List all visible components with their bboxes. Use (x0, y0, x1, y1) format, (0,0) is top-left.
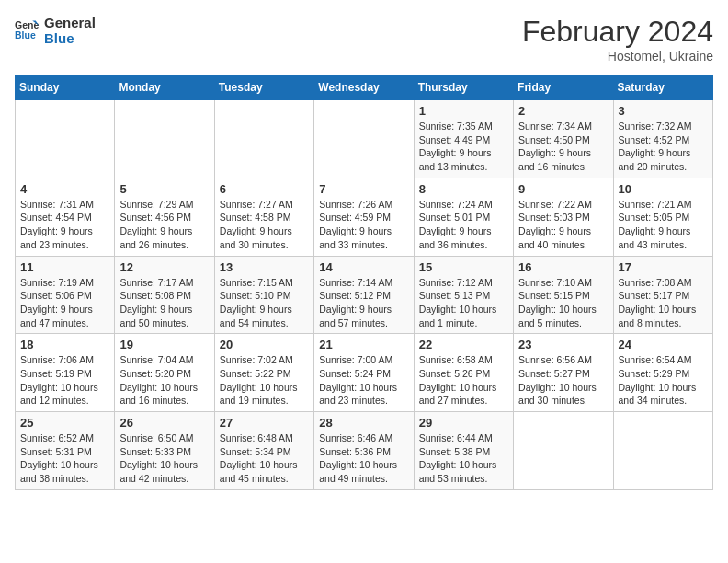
calendar-cell (16, 100, 115, 178)
header-friday: Friday (514, 75, 613, 100)
day-info: Sunrise: 6:48 AM Sunset: 5:34 PM Dayligh… (220, 431, 309, 486)
calendar-cell: 7Sunrise: 7:26 AM Sunset: 4:59 PM Daylig… (314, 178, 414, 256)
day-number: 10 (619, 182, 708, 196)
day-info: Sunrise: 7:27 AM Sunset: 4:58 PM Dayligh… (220, 198, 309, 252)
calendar-week-2: 11Sunrise: 7:19 AM Sunset: 5:06 PM Dayli… (16, 256, 713, 334)
calendar-cell: 29Sunrise: 6:44 AM Sunset: 5:38 PM Dayli… (414, 412, 513, 490)
calendar-cell: 28Sunrise: 6:46 AM Sunset: 5:36 PM Dayli… (314, 412, 414, 490)
day-info: Sunrise: 6:44 AM Sunset: 5:38 PM Dayligh… (419, 431, 508, 486)
day-info: Sunrise: 7:35 AM Sunset: 4:49 PM Dayligh… (419, 120, 508, 174)
calendar-cell: 3Sunrise: 7:32 AM Sunset: 4:52 PM Daylig… (613, 100, 712, 178)
day-info: Sunrise: 6:54 AM Sunset: 5:29 PM Dayligh… (619, 353, 708, 408)
calendar-cell: 23Sunrise: 6:56 AM Sunset: 5:27 PM Dayli… (514, 334, 613, 412)
page-header: General Blue General Blue February 2024 … (15, 15, 713, 63)
calendar-cell (314, 100, 414, 178)
day-info: Sunrise: 6:46 AM Sunset: 5:36 PM Dayligh… (319, 431, 408, 486)
calendar-cell: 5Sunrise: 7:29 AM Sunset: 4:56 PM Daylig… (115, 178, 214, 256)
calendar-cell (613, 412, 712, 490)
day-number: 4 (20, 182, 109, 196)
day-info: Sunrise: 7:15 AM Sunset: 5:10 PM Dayligh… (220, 276, 309, 330)
calendar-week-4: 25Sunrise: 6:52 AM Sunset: 5:31 PM Dayli… (16, 412, 713, 490)
calendar-cell: 16Sunrise: 7:10 AM Sunset: 5:15 PM Dayli… (514, 256, 613, 334)
calendar-cell: 10Sunrise: 7:21 AM Sunset: 5:05 PM Dayli… (613, 178, 712, 256)
day-number: 16 (518, 260, 608, 274)
day-number: 19 (119, 338, 209, 351)
calendar-cell: 2Sunrise: 7:34 AM Sunset: 4:50 PM Daylig… (514, 100, 613, 178)
day-number: 25 (20, 416, 109, 430)
day-number: 28 (319, 416, 408, 430)
calendar-cell: 26Sunrise: 6:50 AM Sunset: 5:33 PM Dayli… (115, 412, 214, 490)
calendar-cell: 15Sunrise: 7:12 AM Sunset: 5:13 PM Dayli… (414, 256, 513, 334)
calendar-cell (115, 100, 214, 178)
day-info: Sunrise: 6:58 AM Sunset: 5:26 PM Dayligh… (419, 353, 508, 408)
header-thursday: Thursday (414, 75, 513, 100)
day-info: Sunrise: 7:06 AM Sunset: 5:19 PM Dayligh… (20, 353, 109, 408)
calendar-cell: 18Sunrise: 7:06 AM Sunset: 5:19 PM Dayli… (16, 334, 115, 412)
title-block: February 2024 Hostomel, Ukraine (522, 15, 713, 63)
day-info: Sunrise: 7:19 AM Sunset: 5:06 PM Dayligh… (20, 276, 109, 330)
calendar-cell (514, 412, 613, 490)
location-subtitle: Hostomel, Ukraine (522, 49, 713, 63)
day-number: 14 (319, 260, 408, 274)
calendar-cell: 20Sunrise: 7:02 AM Sunset: 5:22 PM Dayli… (214, 334, 313, 412)
logo-text-line1: General (44, 15, 96, 30)
calendar-week-1: 4Sunrise: 7:31 AM Sunset: 4:54 PM Daylig… (16, 178, 713, 256)
day-info: Sunrise: 7:08 AM Sunset: 5:17 PM Dayligh… (619, 276, 708, 330)
day-number: 8 (419, 182, 508, 196)
day-number: 9 (518, 182, 608, 196)
calendar-cell (214, 100, 313, 178)
day-number: 22 (419, 338, 508, 351)
calendar-cell: 12Sunrise: 7:17 AM Sunset: 5:08 PM Dayli… (115, 256, 214, 334)
day-info: Sunrise: 7:31 AM Sunset: 4:54 PM Dayligh… (20, 198, 109, 252)
logo-text-line2: Blue (44, 30, 96, 46)
day-number: 20 (220, 338, 309, 351)
day-info: Sunrise: 7:32 AM Sunset: 4:52 PM Dayligh… (619, 120, 708, 174)
day-number: 1 (419, 104, 508, 118)
day-number: 15 (419, 260, 508, 274)
day-info: Sunrise: 7:04 AM Sunset: 5:20 PM Dayligh… (119, 353, 209, 408)
day-number: 2 (518, 104, 608, 118)
calendar-cell: 17Sunrise: 7:08 AM Sunset: 5:17 PM Dayli… (613, 256, 712, 334)
svg-text:Blue: Blue (15, 29, 36, 40)
header-tuesday: Tuesday (214, 75, 313, 100)
day-info: Sunrise: 6:52 AM Sunset: 5:31 PM Dayligh… (20, 431, 109, 486)
calendar-cell: 8Sunrise: 7:24 AM Sunset: 5:01 PM Daylig… (414, 178, 513, 256)
calendar-cell: 19Sunrise: 7:04 AM Sunset: 5:20 PM Dayli… (115, 334, 214, 412)
day-info: Sunrise: 7:24 AM Sunset: 5:01 PM Dayligh… (419, 198, 508, 252)
day-info: Sunrise: 7:21 AM Sunset: 5:05 PM Dayligh… (619, 198, 708, 252)
day-number: 21 (319, 338, 408, 351)
header-wednesday: Wednesday (314, 75, 414, 100)
day-number: 23 (518, 338, 608, 351)
day-number: 12 (119, 260, 209, 274)
calendar-cell: 22Sunrise: 6:58 AM Sunset: 5:26 PM Dayli… (414, 334, 513, 412)
day-info: Sunrise: 7:10 AM Sunset: 5:15 PM Dayligh… (518, 276, 608, 330)
day-number: 13 (220, 260, 309, 274)
day-info: Sunrise: 7:02 AM Sunset: 5:22 PM Dayligh… (220, 353, 309, 408)
calendar-cell: 11Sunrise: 7:19 AM Sunset: 5:06 PM Dayli… (16, 256, 115, 334)
day-number: 3 (619, 104, 708, 118)
calendar-cell: 21Sunrise: 7:00 AM Sunset: 5:24 PM Dayli… (314, 334, 414, 412)
header-monday: Monday (115, 75, 214, 100)
day-number: 24 (619, 338, 708, 351)
day-number: 11 (20, 260, 109, 274)
day-info: Sunrise: 7:34 AM Sunset: 4:50 PM Dayligh… (518, 120, 608, 174)
day-info: Sunrise: 7:26 AM Sunset: 4:59 PM Dayligh… (319, 198, 408, 252)
day-info: Sunrise: 7:00 AM Sunset: 5:24 PM Dayligh… (319, 353, 408, 408)
day-info: Sunrise: 7:12 AM Sunset: 5:13 PM Dayligh… (419, 276, 508, 330)
day-number: 6 (220, 182, 309, 196)
logo: General Blue General Blue (15, 15, 96, 46)
calendar-cell: 6Sunrise: 7:27 AM Sunset: 4:58 PM Daylig… (214, 178, 313, 256)
day-info: Sunrise: 7:17 AM Sunset: 5:08 PM Dayligh… (119, 276, 209, 330)
calendar-header-row: SundayMondayTuesdayWednesdayThursdayFrid… (16, 75, 713, 100)
calendar-cell: 25Sunrise: 6:52 AM Sunset: 5:31 PM Dayli… (16, 412, 115, 490)
calendar-week-3: 18Sunrise: 7:06 AM Sunset: 5:19 PM Dayli… (16, 334, 713, 412)
calendar-cell: 9Sunrise: 7:22 AM Sunset: 5:03 PM Daylig… (514, 178, 613, 256)
header-sunday: Sunday (16, 75, 115, 100)
day-number: 5 (119, 182, 209, 196)
day-number: 27 (220, 416, 309, 430)
calendar-cell: 24Sunrise: 6:54 AM Sunset: 5:29 PM Dayli… (613, 334, 712, 412)
logo-icon: General Blue (15, 17, 40, 43)
month-title: February 2024 (522, 15, 713, 49)
day-number: 18 (20, 338, 109, 351)
day-number: 26 (119, 416, 209, 430)
